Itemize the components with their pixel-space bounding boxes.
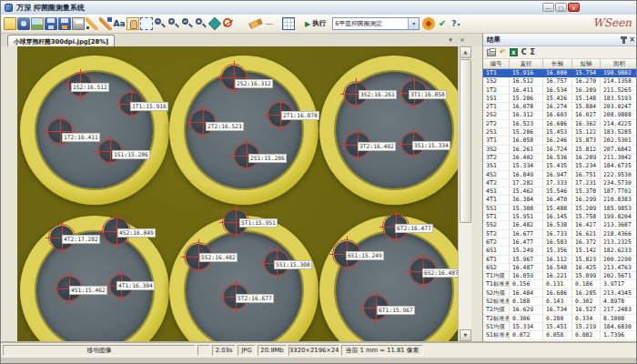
cell-value: 213.4345 <box>601 289 637 298</box>
cell-value: 15.488 <box>543 205 572 213</box>
image-file-icon[interactable] <box>31 17 44 30</box>
vertical-scrollbar[interactable]: ▲ ▼ <box>458 46 471 341</box>
table-row[interactable]: 4S216.84916.94716.751222.9530 <box>483 171 637 179</box>
table-row[interactable]: 5T115.95116.14515.758199.8204 <box>483 213 637 221</box>
execute-button[interactable]: ▶ 执行 <box>301 18 329 29</box>
cell-value: 16.621 <box>572 230 601 238</box>
confirm-check-icon[interactable]: ✔ <box>436 17 449 30</box>
undo-icon[interactable]: ↶ <box>500 47 506 57</box>
calibrate-ruler-icon[interactable] <box>248 18 262 29</box>
table-row[interactable]: T2标准差0.3060.2800.3348.1008 <box>483 315 637 323</box>
scroll-down-icon[interactable]: ▼ <box>460 329 471 341</box>
cell-value: 16.059 <box>510 272 543 280</box>
cell-value: 213.2325 <box>601 238 637 247</box>
grid-settings-icon[interactable] <box>282 17 295 30</box>
zone-label-5T2: 5T2:16.677 <box>236 294 274 303</box>
table-row[interactable]: 3S216.26116.72415.812207.6842 <box>483 146 637 154</box>
method-combobox[interactable]: 6平皿抑菌圈测定 ▾ <box>332 17 420 30</box>
image-viewport[interactable]: 1S2:16.5121T1:15.9161T2:16.4111S1:15.286… <box>17 46 458 341</box>
table-row[interactable]: 1T115.91616.08015.754198.9802 <box>483 69 637 77</box>
table-row[interactable]: S1标准差0.0720.0580.0821.7396 <box>483 331 637 339</box>
crosshair-icon <box>203 106 204 138</box>
save-as-icon[interactable] <box>58 17 71 30</box>
table-row[interactable]: 5T216.67716.73316.621218.4366 <box>483 230 637 238</box>
column-header-3[interactable]: 长轴 <box>543 59 572 68</box>
maximize-button[interactable]: □ <box>555 3 567 12</box>
pencil-annotate-icon[interactable] <box>86 17 98 30</box>
table-row[interactable]: 3T216.40216.53616.289211.3042 <box>483 154 637 162</box>
pen-edit-icon[interactable] <box>99 17 112 30</box>
print-icon[interactable] <box>72 17 85 30</box>
table-row[interactable]: 1T216.41116.53416.289211.5265 <box>483 86 637 95</box>
cell-value: 182.6233 <box>601 247 637 255</box>
table-row[interactable]: 2S115.28615.45315.122183.5285 <box>483 128 637 136</box>
zoom-out-icon[interactable]: − <box>167 17 180 30</box>
zone-label-1S2: 1S2:16.512 <box>71 83 109 92</box>
table-row[interactable]: S2标准差0.1880.1430.3024.8978 <box>483 298 637 306</box>
table-row[interactable]: 5S216.48216.53816.427213.3687 <box>483 221 637 229</box>
column-header-2[interactable]: 直径 <box>510 59 543 68</box>
tab-image-document[interactable]: 小球芽孢杆菌300dpi.jpg[28%] <box>7 35 115 46</box>
table-row[interactable]: S1均值15.33415.45115.219184.6830 <box>483 323 637 331</box>
column-header-1[interactable]: 编号 <box>483 59 510 68</box>
minus-tool-icon[interactable]: — <box>263 17 276 30</box>
table-row[interactable]: T2均值16.62916.73416.527217.2483 <box>483 306 637 314</box>
table-row[interactable]: 1S216.51216.75716.270214.1358 <box>483 77 637 86</box>
measure-angle-icon[interactable] <box>208 17 221 30</box>
close-button[interactable]: × <box>568 3 580 12</box>
scroll-thumb[interactable] <box>460 59 471 223</box>
table-row[interactable]: T1标准差0.1560.1310.1863.9717 <box>483 280 637 288</box>
table-row[interactable]: 6S115.24915.35615.142182.6233 <box>483 247 637 255</box>
table-row[interactable]: 1S115.28615.42615.148183.5193 <box>483 95 637 103</box>
statistics-sum-button[interactable]: Σ <box>531 47 535 57</box>
zone-label-4S1: 4S1:15.462 <box>69 286 107 295</box>
table-row[interactable]: 4S115.46215.54615.378187.7702 <box>483 187 637 196</box>
column-header-4[interactable]: 短轴 <box>572 59 601 68</box>
panel-close-button[interactable]: × <box>629 35 635 44</box>
save-icon[interactable] <box>45 17 57 30</box>
table-row[interactable]: 2S216.31216.60316.027208.9888 <box>483 111 637 119</box>
rect-select-icon[interactable] <box>140 17 153 30</box>
zoom-in-icon[interactable]: + <box>154 17 167 30</box>
cell-id: 2S2 <box>483 111 510 119</box>
table-row[interactable]: S2均值16.48416.68616.285213.4345 <box>483 289 637 298</box>
table-row[interactable]: 3T116.05816.24615.873202.5301 <box>483 136 637 145</box>
text-annotate-icon[interactable]: Aa <box>113 17 126 30</box>
chevron-down-icon[interactable]: ▾ <box>408 18 419 29</box>
table-row[interactable]: 4T217.28217.33317.231234.5730 <box>483 179 637 187</box>
help-icon: ? <box>451 19 456 28</box>
zone-label-1T1: 1T1:15.916 <box>130 102 168 111</box>
pin-icon[interactable] <box>622 36 625 44</box>
zoom-actual-icon[interactable]: 1 <box>181 17 194 30</box>
clear-results-button[interactable]: C <box>521 47 527 57</box>
table-row[interactable]: 6T216.47716.58316.372213.2325 <box>483 238 637 247</box>
camera-capture-icon[interactable] <box>17 17 30 30</box>
tab-close-button[interactable]: × <box>458 36 467 44</box>
zoom-fit-icon[interactable] <box>195 17 207 30</box>
scroll-up-icon[interactable]: ▲ <box>460 46 471 58</box>
table-row[interactable]: 6T115.96716.11215.823200.2290 <box>483 256 637 264</box>
table-row[interactable]: 3S115.33415.43515.234184.6735 <box>483 162 637 170</box>
report-print-icon[interactable] <box>487 49 496 56</box>
cell-id: T1标准差 <box>483 280 510 288</box>
table-row[interactable]: T1均值16.05916.22115.899202.5671 <box>483 272 637 280</box>
cell-value: 16.470 <box>543 196 572 204</box>
excel-export-icon[interactable]: X <box>510 48 518 56</box>
measure-circle-icon[interactable] <box>222 17 235 30</box>
pan-hand-icon[interactable] <box>126 17 139 30</box>
table-row[interactable]: 2T116.07816.27415.884203.0247 <box>483 103 637 111</box>
tab-list-button[interactable]: ▾ <box>446 36 455 44</box>
table-row[interactable]: 4T116.38416.47016.299210.8383 <box>483 196 637 204</box>
award-icon[interactable] <box>422 17 435 30</box>
open-image-icon[interactable] <box>4 17 16 30</box>
help-button[interactable]: ? ▾ <box>450 19 461 28</box>
table-row[interactable]: 2T216.52316.68616.362214.4225 <box>483 120 637 128</box>
panel-splitter[interactable] <box>471 46 482 341</box>
cell-id: T2均值 <box>483 306 510 314</box>
cell-value: 15.873 <box>572 136 601 145</box>
table-row[interactable]: 5S115.30815.48815.209185.9853 <box>483 205 637 213</box>
column-header-5[interactable]: 面积 <box>601 59 637 68</box>
cell-value: 0.143 <box>543 298 572 306</box>
minimize-button[interactable]: — <box>542 3 554 12</box>
table-row[interactable]: 6S216.48716.54816.425213.4763 <box>483 264 637 272</box>
